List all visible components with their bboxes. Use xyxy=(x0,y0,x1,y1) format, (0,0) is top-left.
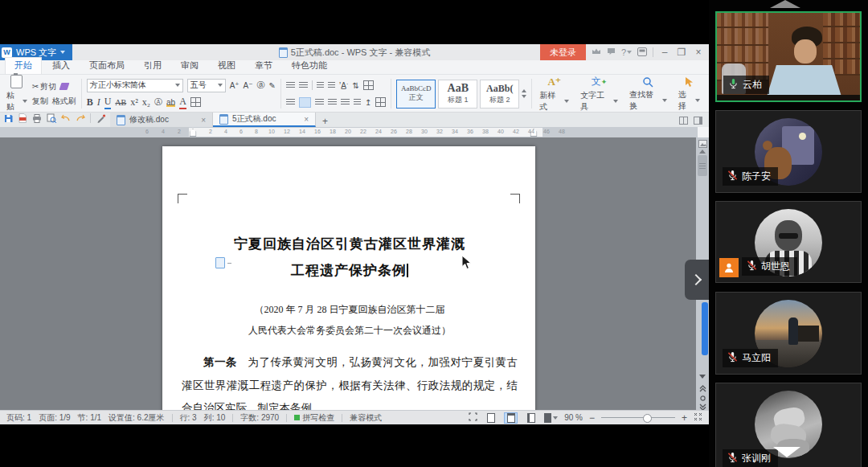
fullscreen-icon[interactable] xyxy=(469,412,477,423)
subscript-button[interactable]: x₂ xyxy=(142,96,150,109)
help-icon[interactable]: ? xyxy=(621,48,632,57)
close-tab-icon[interactable]: × xyxy=(304,115,309,124)
print-icon[interactable] xyxy=(32,113,42,123)
shrink-font-button[interactable]: A⁻ xyxy=(244,81,253,90)
phonetic-guide-icon[interactable]: ⓐ xyxy=(257,80,265,91)
participant-tile-maliyang[interactable]: 马立阳 xyxy=(715,292,862,375)
fit-page-icon[interactable] xyxy=(694,412,702,423)
find-replace-button[interactable]: 查找替换 xyxy=(624,77,673,110)
read-mode-icon[interactable] xyxy=(698,140,707,148)
tab-review[interactable]: 审阅 xyxy=(172,58,207,74)
bold-button[interactable]: B xyxy=(87,96,93,109)
styles-up-icon[interactable] xyxy=(522,89,526,92)
view-print-layout-button[interactable] xyxy=(504,412,518,424)
grow-font-button[interactable]: A⁺ xyxy=(230,81,240,90)
doc-tab-revision[interactable]: 修改稿.doc × xyxy=(110,113,213,127)
task-pane-icon[interactable] xyxy=(693,116,702,125)
zoom-out-button[interactable]: − xyxy=(589,413,595,423)
scroll-up-icon[interactable] xyxy=(698,150,707,154)
font-name-select[interactable]: 方正小标宋简体 xyxy=(87,79,183,92)
style-heading2[interactable]: AaBb( 标题 2 xyxy=(480,80,519,109)
style-normal[interactable]: AaBbCcD 正文 xyxy=(396,80,436,109)
previous-page-icon[interactable] xyxy=(698,385,707,392)
export-pdf-icon[interactable] xyxy=(18,113,27,123)
line-spacing-icon[interactable] xyxy=(354,99,361,106)
tab-references[interactable]: 引用 xyxy=(135,58,170,74)
paste-button[interactable]: 粘贴 xyxy=(6,75,27,113)
print-preview-icon[interactable] xyxy=(47,113,56,123)
close-tab-icon[interactable]: × xyxy=(201,116,206,125)
split-view-icon[interactable] xyxy=(678,116,688,125)
clear-format-icon[interactable]: ✎ xyxy=(269,81,276,90)
undo-icon[interactable] xyxy=(61,113,71,123)
zoom-slider[interactable] xyxy=(601,417,675,418)
minimize-button[interactable]: – xyxy=(659,47,670,58)
asian-layout-icon[interactable]: ʼA̲ˑ xyxy=(339,81,349,90)
char-shading-icon[interactable] xyxy=(190,97,201,107)
zoom-in-button[interactable]: + xyxy=(682,413,687,423)
view-mode-dropdown[interactable] xyxy=(544,412,558,424)
font-size-select[interactable]: 五号 xyxy=(187,79,226,92)
close-button[interactable]: × xyxy=(693,47,704,58)
vip-icon[interactable] xyxy=(592,47,601,57)
new-tab-button[interactable]: + xyxy=(316,116,334,127)
view-page-button[interactable] xyxy=(484,412,497,424)
save-icon[interactable] xyxy=(3,113,13,123)
view-outline-button[interactable] xyxy=(524,412,538,424)
tab-special-features[interactable]: 特色功能 xyxy=(283,58,336,74)
login-button[interactable]: 未登录 xyxy=(540,44,586,60)
table-icon[interactable] xyxy=(363,80,374,90)
format-painter-icon[interactable] xyxy=(59,83,70,90)
horizontal-ruler[interactable]: 6422468101214161820222426283032343638404… xyxy=(0,127,698,137)
status-word-count[interactable]: 字数: 2970 xyxy=(240,412,279,424)
tab-section[interactable]: 章节 xyxy=(246,58,281,74)
collapse-up-icon[interactable] xyxy=(770,0,800,8)
tab-view[interactable]: 视图 xyxy=(209,58,244,74)
align-right-icon[interactable] xyxy=(315,99,324,106)
strikethrough-button[interactable]: AB xyxy=(115,98,126,107)
participant-tile-chenzian[interactable]: 陈子安 xyxy=(715,110,862,193)
format-painter-button[interactable]: 格式刷 xyxy=(52,96,76,107)
tab-home[interactable]: 开始 xyxy=(5,57,42,74)
align-distribute-icon[interactable] xyxy=(341,99,350,106)
participant-tile-yunbai[interactable]: 云柏 xyxy=(715,11,862,102)
scrollbar-active-segment[interactable] xyxy=(702,302,708,355)
font-color-button[interactable]: A xyxy=(179,96,186,109)
feedback-icon[interactable] xyxy=(607,47,616,57)
side-panel-expand-tab[interactable] xyxy=(685,260,709,300)
align-center-icon[interactable] xyxy=(299,97,311,108)
redo-icon[interactable] xyxy=(76,113,85,123)
status-compat-mode[interactable]: 兼容模式 xyxy=(350,412,382,424)
highlight-color-icon[interactable]: ab xyxy=(166,98,175,107)
tab-page-layout[interactable]: 页面布局 xyxy=(80,58,133,74)
scroll-down-icon[interactable] xyxy=(698,375,707,379)
char-scale-icon[interactable]: ⇅ xyxy=(353,81,359,90)
borders-icon[interactable] xyxy=(375,97,386,107)
status-spell-check[interactable]: 拼写检查 xyxy=(294,412,334,424)
align-left-icon[interactable] xyxy=(286,99,295,106)
scroll-down-more-icon[interactable] xyxy=(773,447,800,457)
zoom-slider-thumb[interactable] xyxy=(643,414,652,423)
bullet-list-icon[interactable] xyxy=(286,82,295,89)
align-justify-icon[interactable] xyxy=(328,99,337,106)
document-canvas[interactable]: 宁夏回族自治区引黄古灌区世界灌溉 工程遗产保护条例 （2020 年 7 月 28… xyxy=(0,137,698,410)
paste-options-widget[interactable] xyxy=(215,257,231,268)
increase-indent-icon[interactable] xyxy=(328,82,335,89)
maximize-button[interactable]: ❐ xyxy=(676,47,687,58)
numbered-list-icon[interactable] xyxy=(299,82,308,89)
sort-icon[interactable]: ↥ xyxy=(365,98,371,107)
tab-insert[interactable]: 插入 xyxy=(43,58,79,74)
select-button[interactable]: 选择 xyxy=(673,77,706,110)
decrease-indent-icon[interactable] xyxy=(317,82,324,89)
doc-tab-final[interactable]: 5正式稿.doc × xyxy=(213,113,316,127)
superscript-button[interactable]: x² xyxy=(130,96,138,109)
text-tool-button[interactable]: 文✦ 文字工具 xyxy=(575,77,624,110)
underline-button[interactable]: U xyxy=(104,96,112,109)
new-style-button[interactable]: A⁺ 新样式 xyxy=(534,77,575,110)
scrollbar-thumb[interactable] xyxy=(698,155,707,176)
cut-button[interactable]: ✂剪切 xyxy=(32,81,56,92)
styles-down-icon[interactable] xyxy=(522,95,526,98)
copy-button[interactable]: 复制 xyxy=(32,96,48,107)
style-heading1[interactable]: AaB 标题 1 xyxy=(438,80,477,109)
participant-tile-hushien[interactable]: 胡世恩 xyxy=(715,201,862,283)
